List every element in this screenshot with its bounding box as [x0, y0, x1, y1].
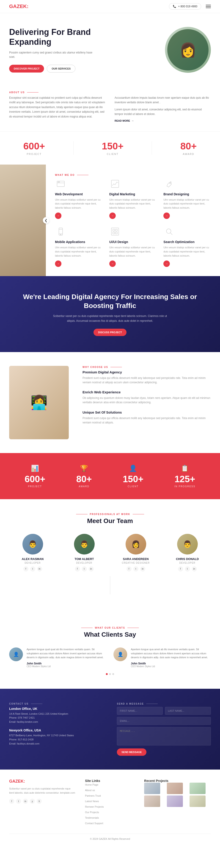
footer-link-contact[interactable]: Contact Support [85, 821, 135, 825]
project-thumb-4[interactable] [144, 796, 160, 807]
team-member-tom: 👨 TOM ALBERT DEVELOPER f t in [61, 534, 108, 571]
digital-marketing-icon [109, 178, 121, 190]
svg-rect-0 [57, 181, 64, 187]
side-image-arrow[interactable]: ❮ [43, 217, 49, 223]
footer-link-projects[interactable]: Our Projects [85, 810, 135, 814]
services-button[interactable]: OUR SERVICES [47, 65, 75, 72]
team-social-sara: f t in [112, 566, 159, 571]
project-thumb-6[interactable] [189, 796, 206, 807]
digital-marketing-arrow[interactable] [109, 213, 116, 219]
team-section: PROFESSIONALS AT WORK Meet Our Team 👨 AL… [0, 499, 220, 613]
social-tw-tom[interactable]: t [82, 566, 87, 571]
red-stat-inprogress-icon: 📋 [174, 465, 195, 472]
footer-link-remeer[interactable]: Remeer Projects [85, 805, 135, 808]
contact-label-wrap: CONTACT US [9, 703, 103, 705]
firstname-input[interactable] [117, 707, 163, 715]
services-label-wrap: WHAT WE DO [55, 174, 211, 176]
hero-desc: Possim sapientem cumy sed graeci civibus… [9, 51, 96, 59]
testimonials-grid: 👤 Apertem longue qual quat ab illo inven… [9, 647, 211, 668]
social-fb-chris[interactable]: f [178, 566, 183, 571]
footer-link-testimonials[interactable]: Testimonials [85, 816, 135, 819]
service-brand-designing: Brand Designing Ulm vesum triatiqs sctib… [163, 178, 211, 219]
service-ui-design: Ui/UI Design Ulm vesum triatiqs sctibetu… [109, 226, 157, 267]
project-thumb-3[interactable] [189, 783, 206, 794]
footer-link-partners[interactable]: Partners Trust [85, 794, 135, 797]
project-thumb-2[interactable] [167, 783, 183, 794]
mobile-apps-arrow[interactable] [55, 260, 62, 267]
ui-design-icon [109, 226, 121, 237]
stats-section: 600+ PROJECT 150+ CLIENT 80+ AWARD [0, 131, 220, 164]
footer-social-ig[interactable]: in [23, 799, 28, 804]
social-fb-tom[interactable]: f [75, 566, 80, 571]
testimonial-avatar-2: 👤 [113, 647, 127, 661]
hero-avatar: 👩 [167, 29, 209, 70]
footer-link-about[interactable]: About us [85, 788, 135, 792]
cta-heading: We're Leading Digital Agency For Increas… [9, 292, 211, 310]
brand-designing-arrow[interactable] [163, 213, 170, 219]
team-avatar-chris: 👨 [177, 534, 198, 555]
why-desc-1: Proident sunt culpa qui officia deserunt… [82, 376, 211, 385]
footer-link-news[interactable]: Latest News [85, 799, 135, 803]
cta-desc: Sciberitur vanet per cu duis cupidatat r… [53, 314, 167, 323]
svg-rect-12 [115, 229, 117, 231]
web-dev-desc: Ulm vesum triatiqs sctibetur vanet per c… [55, 198, 103, 210]
dot-2[interactable] [109, 673, 111, 675]
project-thumb-1[interactable] [144, 783, 160, 794]
testimonial-name-1: John Smith [27, 662, 107, 665]
svg-point-2 [58, 182, 59, 182]
testimonials-label-line-left [81, 628, 93, 628]
service-mobile-apps: Mobile Applications Ulm vesum triatiqs s… [55, 226, 103, 267]
social-tw-chris[interactable]: t [185, 566, 190, 571]
footer-logo: GAZEK: [9, 779, 76, 784]
why-image: 👩‍💻 [9, 366, 69, 439]
social-in-chris[interactable]: in [192, 566, 197, 571]
footer-social-fb[interactable]: f [9, 799, 14, 804]
service-digital-marketing: Digital Marketing Ulm vesum triatiqs sct… [109, 178, 157, 219]
form-label-wrap: SEND A MESSAGE [117, 703, 211, 705]
logo[interactable]: GAZEK: [9, 3, 28, 9]
dot-1[interactable] [106, 673, 108, 675]
why-label-line [110, 367, 122, 367]
social-in-tom[interactable]: in [89, 566, 94, 571]
social-fb-alex[interactable]: f [23, 566, 28, 571]
stat-project-number: 600+ [23, 141, 45, 152]
stat-divider-2 [152, 141, 152, 155]
ui-design-arrow[interactable] [109, 260, 116, 267]
why-item-1: Premium Digital Agency Proident sunt cul… [82, 370, 211, 385]
red-stat-client: 👤 150+ CLIENT [123, 465, 143, 488]
stat-client-number: 150+ [102, 141, 123, 152]
social-fb-sara[interactable]: f [126, 566, 132, 571]
email-input[interactable] [117, 717, 211, 725]
services-side-image: ❮ [0, 164, 46, 276]
project-thumb-5[interactable] [167, 796, 183, 807]
hamburger-menu[interactable] [206, 5, 211, 8]
contact-form: SEND MESSAGE [117, 707, 211, 756]
stat-award: 80+ AWARD [180, 141, 197, 155]
social-tw-sara[interactable]: t [133, 566, 138, 571]
social-in-alex[interactable]: in [37, 566, 42, 571]
social-in-sara[interactable]: in [140, 566, 145, 571]
seo-arrow[interactable] [163, 260, 170, 267]
phone-button[interactable]: 📞 + 800 019 4900 [169, 3, 201, 10]
testimonial-name-2: John Smith [131, 662, 211, 665]
social-tw-alex[interactable]: t [30, 566, 35, 571]
dot-3[interactable] [112, 673, 114, 675]
footer-social-yt[interactable]: y [30, 799, 35, 804]
discover-button[interactable]: DISCOVER PROJECT [9, 65, 44, 72]
service-seo: Search Optimization Ulm vesum triatiqs s… [163, 226, 211, 267]
why-title-3: Unique Set Of Solutions [82, 410, 211, 414]
footer-site-links: Home Page About us Partners Trust Latest… [85, 783, 135, 825]
message-textarea[interactable] [117, 727, 211, 745]
read-more-link[interactable]: READ MORE → [115, 119, 211, 122]
send-message-button[interactable]: SEND MESSAGE [117, 748, 146, 756]
brand-designing-icon [163, 178, 175, 190]
footer-social-tw[interactable]: t [16, 799, 21, 804]
lastname-input[interactable] [165, 707, 211, 715]
cta-button[interactable]: DISCUSS PROJECT [94, 329, 126, 336]
web-dev-arrow[interactable] [55, 213, 62, 219]
testimonial-text-2: Apertem longue qua amet ab illo inventor… [131, 647, 211, 660]
footer-link-home[interactable]: Home Page [85, 783, 135, 786]
footer-social-li[interactable]: li [37, 799, 42, 804]
cta-banner: We're Leading Digital Agency For Increas… [0, 276, 220, 352]
why-title-1: Premium Digital Agency [82, 370, 211, 374]
